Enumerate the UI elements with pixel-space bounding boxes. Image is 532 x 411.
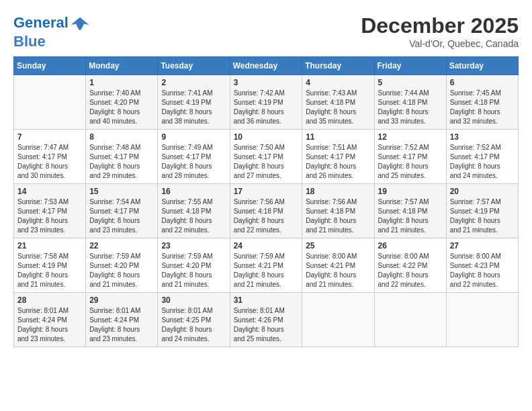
- day-info: Sunrise: 8:00 AMSunset: 4:22 PMDaylight:…: [378, 252, 443, 289]
- day-number: 31: [234, 295, 299, 305]
- day-info: Sunrise: 7:47 AMSunset: 4:17 PMDaylight:…: [17, 143, 82, 181]
- day-number: 22: [89, 241, 154, 250]
- calendar-cell: 9Sunrise: 7:49 AMSunset: 4:17 PMDaylight…: [158, 130, 230, 184]
- day-info: Sunrise: 8:01 AMSunset: 4:26 PMDaylight:…: [234, 306, 299, 344]
- calendar-cell: 15Sunrise: 7:54 AMSunset: 4:17 PMDayligh…: [86, 184, 158, 238]
- calendar-cell: 7Sunrise: 7:47 AMSunset: 4:17 PMDaylight…: [14, 130, 86, 184]
- calendar-week-row: 28Sunrise: 8:01 AMSunset: 4:24 PMDayligh…: [14, 293, 519, 347]
- calendar-week-row: 14Sunrise: 7:53 AMSunset: 4:17 PMDayligh…: [14, 184, 519, 238]
- calendar-cell: 25Sunrise: 8:00 AMSunset: 4:21 PMDayligh…: [302, 238, 374, 293]
- day-info: Sunrise: 7:44 AMSunset: 4:18 PMDaylight:…: [378, 89, 443, 126]
- day-number: 26: [378, 241, 443, 250]
- day-info: Sunrise: 7:49 AMSunset: 4:17 PMDaylight:…: [161, 143, 226, 181]
- calendar-cell: 6Sunrise: 7:45 AMSunset: 4:18 PMDaylight…: [446, 75, 518, 130]
- page-header: General Blue December 2025 Val-d'Or, Que…: [13, 13, 519, 50]
- calendar-cell: 5Sunrise: 7:44 AMSunset: 4:18 PMDaylight…: [374, 75, 446, 130]
- day-info: Sunrise: 7:57 AMSunset: 4:19 PMDaylight:…: [450, 197, 515, 235]
- day-number: 15: [89, 187, 154, 196]
- day-info: Sunrise: 8:01 AMSunset: 4:24 PMDaylight:…: [89, 306, 154, 344]
- day-number: 12: [378, 132, 443, 142]
- day-number: 7: [17, 132, 82, 142]
- calendar-cell: 24Sunrise: 7:59 AMSunset: 4:21 PMDayligh…: [230, 238, 302, 293]
- day-info: Sunrise: 7:51 AMSunset: 4:17 PMDaylight:…: [306, 143, 370, 181]
- day-number: 25: [306, 241, 370, 250]
- calendar-cell: 13Sunrise: 7:52 AMSunset: 4:17 PMDayligh…: [446, 130, 518, 184]
- day-number: 27: [450, 241, 515, 250]
- calendar-cell: [374, 293, 446, 347]
- calendar-cell: 20Sunrise: 7:57 AMSunset: 4:19 PMDayligh…: [446, 184, 518, 238]
- day-info: Sunrise: 7:53 AMSunset: 4:17 PMDaylight:…: [17, 197, 82, 235]
- day-of-week-header: Thursday: [302, 57, 374, 75]
- day-info: Sunrise: 7:55 AMSunset: 4:18 PMDaylight:…: [161, 197, 226, 235]
- calendar-cell: 4Sunrise: 7:43 AMSunset: 4:18 PMDaylight…: [302, 75, 374, 130]
- calendar-cell: 18Sunrise: 7:56 AMSunset: 4:18 PMDayligh…: [302, 184, 374, 238]
- day-number: 28: [17, 295, 82, 305]
- day-number: 14: [17, 187, 82, 196]
- day-of-week-header: Friday: [374, 57, 446, 75]
- day-number: 23: [161, 241, 226, 250]
- calendar-cell: 31Sunrise: 8:01 AMSunset: 4:26 PMDayligh…: [230, 293, 302, 347]
- day-number: 4: [306, 78, 370, 87]
- day-info: Sunrise: 7:48 AMSunset: 4:17 PMDaylight:…: [89, 143, 154, 181]
- calendar-cell: 14Sunrise: 7:53 AMSunset: 4:17 PMDayligh…: [14, 184, 86, 238]
- day-info: Sunrise: 7:42 AMSunset: 4:19 PMDaylight:…: [234, 89, 299, 126]
- day-of-week-header: Sunday: [14, 57, 86, 75]
- day-info: Sunrise: 7:50 AMSunset: 4:17 PMDaylight:…: [234, 143, 299, 181]
- calendar-cell: 11Sunrise: 7:51 AMSunset: 4:17 PMDayligh…: [302, 130, 374, 184]
- calendar-cell: 16Sunrise: 7:55 AMSunset: 4:18 PMDayligh…: [158, 184, 230, 238]
- day-info: Sunrise: 8:00 AMSunset: 4:23 PMDaylight:…: [450, 252, 515, 289]
- day-of-week-header: Wednesday: [230, 57, 302, 75]
- day-number: 21: [17, 241, 82, 250]
- day-number: 19: [378, 187, 443, 196]
- day-number: 3: [234, 78, 299, 87]
- day-info: Sunrise: 7:57 AMSunset: 4:18 PMDaylight:…: [378, 197, 443, 235]
- calendar-header-row: SundayMondayTuesdayWednesdayThursdayFrid…: [14, 57, 519, 75]
- day-info: Sunrise: 8:01 AMSunset: 4:25 PMDaylight:…: [161, 306, 226, 344]
- day-number: 10: [234, 132, 299, 142]
- day-number: 8: [89, 132, 154, 142]
- title-block: December 2025 Val-d'Or, Quebec, Canada: [361, 13, 519, 49]
- day-info: Sunrise: 7:52 AMSunset: 4:17 PMDaylight:…: [378, 143, 443, 181]
- day-number: 18: [306, 187, 370, 196]
- day-number: 29: [89, 295, 154, 305]
- day-number: 9: [161, 132, 226, 142]
- calendar-cell: 21Sunrise: 7:58 AMSunset: 4:19 PMDayligh…: [14, 238, 86, 293]
- day-info: Sunrise: 7:45 AMSunset: 4:18 PMDaylight:…: [450, 89, 515, 126]
- calendar-cell: 27Sunrise: 8:00 AMSunset: 4:23 PMDayligh…: [446, 238, 518, 293]
- calendar-cell: [446, 293, 518, 347]
- svg-marker-0: [71, 17, 89, 30]
- day-info: Sunrise: 7:56 AMSunset: 4:18 PMDaylight:…: [306, 197, 370, 235]
- calendar-cell: 8Sunrise: 7:48 AMSunset: 4:17 PMDaylight…: [86, 130, 158, 184]
- calendar-week-row: 21Sunrise: 7:58 AMSunset: 4:19 PMDayligh…: [14, 238, 519, 293]
- day-number: 5: [378, 78, 443, 87]
- calendar-cell: 28Sunrise: 8:01 AMSunset: 4:24 PMDayligh…: [14, 293, 86, 347]
- calendar-cell: [302, 293, 374, 347]
- calendar-week-row: 1Sunrise: 7:40 AMSunset: 4:20 PMDaylight…: [14, 75, 519, 130]
- calendar-cell: 12Sunrise: 7:52 AMSunset: 4:17 PMDayligh…: [374, 130, 446, 184]
- calendar-cell: 23Sunrise: 7:59 AMSunset: 4:20 PMDayligh…: [158, 238, 230, 293]
- calendar-cell: 30Sunrise: 8:01 AMSunset: 4:25 PMDayligh…: [158, 293, 230, 347]
- logo-text: General Blue: [13, 13, 90, 50]
- calendar-cell: 19Sunrise: 7:57 AMSunset: 4:18 PMDayligh…: [374, 184, 446, 238]
- day-number: 13: [450, 132, 515, 142]
- day-info: Sunrise: 7:59 AMSunset: 4:21 PMDaylight:…: [234, 252, 299, 289]
- day-of-week-header: Monday: [86, 57, 158, 75]
- calendar-cell: 26Sunrise: 8:00 AMSunset: 4:22 PMDayligh…: [374, 238, 446, 293]
- calendar-cell: 10Sunrise: 7:50 AMSunset: 4:17 PMDayligh…: [230, 130, 302, 184]
- day-of-week-header: Saturday: [446, 57, 518, 75]
- day-info: Sunrise: 7:52 AMSunset: 4:17 PMDaylight:…: [450, 143, 515, 181]
- day-info: Sunrise: 7:43 AMSunset: 4:18 PMDaylight:…: [306, 89, 370, 126]
- day-info: Sunrise: 7:40 AMSunset: 4:20 PMDaylight:…: [89, 89, 154, 126]
- day-number: 2: [161, 78, 226, 87]
- month-title: December 2025: [361, 13, 519, 38]
- calendar-cell: 17Sunrise: 7:56 AMSunset: 4:18 PMDayligh…: [230, 184, 302, 238]
- location-subtitle: Val-d'Or, Quebec, Canada: [361, 38, 519, 49]
- calendar-cell: 3Sunrise: 7:42 AMSunset: 4:19 PMDaylight…: [230, 75, 302, 130]
- calendar-cell: 2Sunrise: 7:41 AMSunset: 4:19 PMDaylight…: [158, 75, 230, 130]
- day-number: 24: [234, 241, 299, 250]
- calendar-cell: [14, 75, 86, 130]
- day-number: 6: [450, 78, 515, 87]
- day-of-week-header: Tuesday: [158, 57, 230, 75]
- day-info: Sunrise: 7:58 AMSunset: 4:19 PMDaylight:…: [17, 252, 82, 289]
- calendar-cell: 1Sunrise: 7:40 AMSunset: 4:20 PMDaylight…: [86, 75, 158, 130]
